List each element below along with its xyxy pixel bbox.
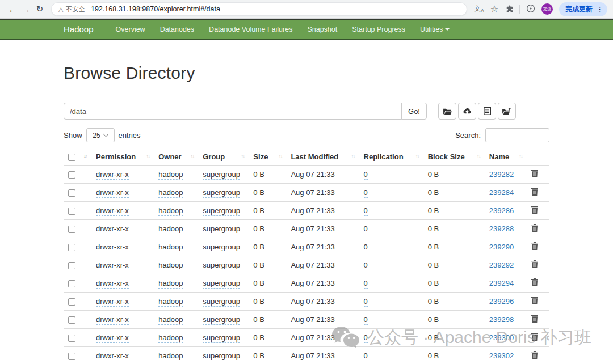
permission-value[interactable]: drwxr-xr-x <box>96 243 129 252</box>
replication-value[interactable]: 0 <box>364 352 368 361</box>
select-all-checkbox[interactable] <box>68 154 75 161</box>
delete-button[interactable] <box>531 170 538 179</box>
header-owner[interactable]: Owner↑↓ <box>154 149 198 166</box>
permission-value[interactable]: drwxr-xr-x <box>96 225 129 234</box>
forward-icon[interactable]: → <box>19 5 33 14</box>
owner-value[interactable]: hadoop <box>158 225 183 234</box>
replication-value[interactable]: 0 <box>364 297 368 307</box>
permission-value[interactable]: drwxr-xr-x <box>96 170 129 180</box>
entries-select[interactable]: 25 <box>86 128 115 142</box>
search-input[interactable] <box>485 128 549 142</box>
permission-value[interactable]: drwxr-xr-x <box>96 333 129 343</box>
delete-button[interactable] <box>531 333 538 342</box>
file-link[interactable]: 239284 <box>489 188 514 197</box>
owner-value[interactable]: hadoop <box>158 170 183 180</box>
delete-button[interactable] <box>531 351 538 361</box>
row-checkbox[interactable] <box>68 335 75 342</box>
nav-item-datanodes[interactable]: Datanodes <box>153 26 201 33</box>
owner-value[interactable]: hadoop <box>158 243 183 252</box>
file-link[interactable]: 239286 <box>489 206 514 215</box>
owner-value[interactable]: hadoop <box>158 352 183 361</box>
replication-value[interactable]: 0 <box>364 225 368 234</box>
address-bar[interactable]: △ 不安全 192.168.31.198:9870/explorer.html#… <box>51 2 467 16</box>
delete-button[interactable] <box>531 188 538 197</box>
replication-value[interactable]: 0 <box>364 315 368 325</box>
extension-leaf-icon[interactable] <box>526 4 535 14</box>
delete-button[interactable] <box>531 224 538 234</box>
header-group[interactable]: Group↑↓ <box>198 149 249 166</box>
group-value[interactable]: supergroup <box>203 206 240 216</box>
go-button[interactable]: Go! <box>401 103 427 120</box>
file-link[interactable]: 239300 <box>489 333 514 342</box>
permission-value[interactable]: drwxr-xr-x <box>96 352 129 361</box>
permission-value[interactable]: drwxr-xr-x <box>96 297 129 307</box>
file-link[interactable]: 239282 <box>489 170 514 179</box>
back-icon[interactable]: ← <box>6 5 19 14</box>
delete-button[interactable] <box>531 206 538 215</box>
translate-icon[interactable]: 文A <box>474 5 484 13</box>
row-checkbox[interactable] <box>68 298 75 306</box>
owner-value[interactable]: hadoop <box>158 188 183 198</box>
permission-value[interactable]: drwxr-xr-x <box>96 279 129 289</box>
row-checkbox[interactable] <box>68 353 75 360</box>
group-value[interactable]: supergroup <box>203 170 240 180</box>
replication-value[interactable]: 0 <box>364 261 368 270</box>
header-size[interactable]: Size↑↓ <box>249 149 286 166</box>
group-value[interactable]: supergroup <box>203 261 240 270</box>
replication-value[interactable]: 0 <box>364 188 368 198</box>
set-quota-button[interactable] <box>498 103 516 120</box>
group-value[interactable]: supergroup <box>203 352 240 361</box>
group-value[interactable]: supergroup <box>203 333 240 343</box>
extensions-puzzle-icon[interactable] <box>505 5 513 14</box>
replication-value[interactable]: 0 <box>364 279 368 289</box>
file-link[interactable]: 239298 <box>489 315 514 324</box>
header-block-size[interactable]: Block Size↑↓ <box>423 149 485 166</box>
bookmark-star-icon[interactable]: ☆ <box>490 5 498 14</box>
replication-value[interactable]: 0 <box>364 170 368 180</box>
row-checkbox[interactable] <box>68 189 75 197</box>
row-checkbox[interactable] <box>68 262 75 269</box>
owner-value[interactable]: hadoop <box>158 279 183 289</box>
chrome-update-button[interactable]: 完成更新 ⋮ <box>559 2 607 16</box>
group-value[interactable]: supergroup <box>203 188 240 198</box>
permission-value[interactable]: drwxr-xr-x <box>96 206 129 216</box>
owner-value[interactable]: hadoop <box>158 206 183 216</box>
directory-path-input[interactable] <box>64 103 402 120</box>
delete-button[interactable] <box>531 260 538 270</box>
file-link[interactable]: 239288 <box>489 225 514 233</box>
select-all-header[interactable]: ↓↑ <box>64 149 91 166</box>
file-link[interactable]: 239302 <box>489 352 514 360</box>
nav-item-datanode-volume-failures[interactable]: Datanode Volume Failures <box>201 26 300 33</box>
group-value[interactable]: supergroup <box>203 279 240 289</box>
row-checkbox[interactable] <box>68 226 75 233</box>
delete-button[interactable] <box>531 315 538 324</box>
nav-item-snapshot[interactable]: Snapshot <box>300 26 345 33</box>
nav-item-overview[interactable]: Overview <box>108 26 153 33</box>
cut-paste-button[interactable] <box>478 103 496 120</box>
row-checkbox[interactable] <box>68 171 75 179</box>
reload-icon[interactable]: ↻ <box>33 4 47 14</box>
owner-value[interactable]: hadoop <box>158 297 183 307</box>
create-directory-button[interactable] <box>438 103 456 120</box>
header-name[interactable]: Name↑↓ <box>485 149 527 166</box>
row-checkbox[interactable] <box>68 280 75 287</box>
row-checkbox[interactable] <box>68 208 75 215</box>
file-link[interactable]: 239290 <box>489 243 514 251</box>
nav-item-utilities[interactable]: Utilities <box>413 26 457 33</box>
header-replication[interactable]: Replication↑↓ <box>359 149 423 166</box>
header-last-modified[interactable]: Last Modified↑↓ <box>286 149 359 166</box>
owner-value[interactable]: hadoop <box>158 333 183 343</box>
group-value[interactable]: supergroup <box>203 225 240 234</box>
delete-button[interactable] <box>531 278 538 288</box>
header-permission[interactable]: Permission↑↓ <box>91 149 154 166</box>
navbar-brand[interactable]: Hadoop <box>64 24 94 34</box>
permission-value[interactable]: drwxr-xr-x <box>96 315 129 325</box>
group-value[interactable]: supergroup <box>203 243 240 252</box>
row-checkbox[interactable] <box>68 316 75 324</box>
replication-value[interactable]: 0 <box>364 333 368 343</box>
profile-avatar[interactable]: 交流 <box>541 3 553 15</box>
group-value[interactable]: supergroup <box>203 297 240 307</box>
nav-item-startup-progress[interactable]: Startup Progress <box>345 26 413 33</box>
row-checkbox[interactable] <box>68 244 75 251</box>
delete-button[interactable] <box>531 242 538 252</box>
